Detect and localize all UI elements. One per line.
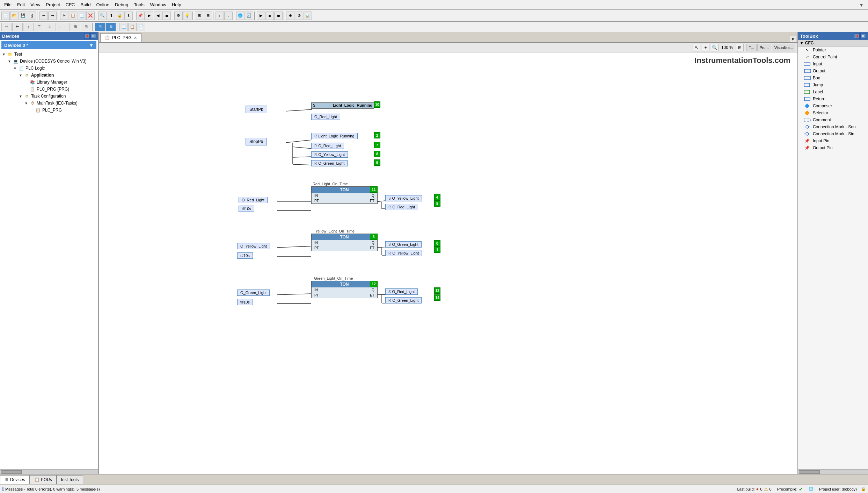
expand-btn[interactable]: + [216,12,224,20]
tree-item-maintask[interactable]: ▼ ⏱ MainTask (IEC-Tasks) [1,100,97,107]
tree-item-test[interactable]: ▼ 📁 Test [1,51,97,58]
pro-tab[interactable]: Pro... [757,44,771,51]
copy-btn[interactable]: 📋 [69,12,77,20]
fit-btn[interactable]: ⊞ [736,44,744,51]
canvas-area[interactable]: InstrumentationTools.com [99,52,797,474]
menu-file[interactable]: File [1,1,14,8]
tab-close-btn[interactable]: ✕ [134,36,137,40]
toolbox-inputpin[interactable]: 📌 Input Pin [798,137,868,144]
t2-paste-btn[interactable]: 📃 [119,23,128,31]
menu-cfc[interactable]: CFC [63,1,78,8]
toolbox-scroll-thumb[interactable] [799,470,820,474]
view-btn[interactable]: ⊕ [286,12,294,20]
toolbox-outputpin[interactable]: 📌 Output Pin [798,144,868,151]
toolbox-return[interactable]: Return [798,95,868,102]
zoom-in-btn[interactable]: + [702,44,709,51]
step-btn[interactable]: ◀ [154,12,162,20]
play-btn[interactable]: ▶ [257,12,265,20]
t2-grid2-btn[interactable]: ⊠ [105,23,116,31]
grid-btn[interactable]: ⊞ [195,12,203,20]
menu-view[interactable]: View [28,1,43,8]
cut-btn[interactable]: ✂ [60,12,68,20]
menu-tools[interactable]: Tools [131,1,147,8]
t2-btn4[interactable]: ⊤ [34,23,44,31]
o-red-s-ton3[interactable]: S O_Red_Light [385,288,418,295]
collapse-btn[interactable]: - [224,12,233,20]
redo-btn[interactable]: ↪ [48,12,57,20]
o-red-light-in-ton1[interactable]: O_Red_Light [239,197,268,203]
toolbox-box[interactable]: Box [798,74,868,81]
t-tab[interactable]: T... [746,44,757,51]
close-panel-btn[interactable]: ✕ [90,33,96,39]
stop-btn[interactable]: ⏹ [162,12,171,20]
toolbox-label[interactable]: Label [798,88,868,95]
t2-grid-btn[interactable]: ⊞ [95,23,105,31]
o-green-s-ton2[interactable]: S O_Green_Light [385,241,422,248]
stoppb-input[interactable]: StopPb [246,138,267,145]
scroll-thumb-left[interactable] [1,470,22,474]
print-btn[interactable]: 🖨 [28,12,36,20]
tab-scroll-down[interactable]: ▼ [790,36,796,42]
record-btn[interactable]: ⏺ [274,12,283,20]
tab-plcprg[interactable]: 📋 PLC_PRG ✕ [100,33,141,42]
ton3-block[interactable]: TON 12 IN Q PT ET [311,281,378,298]
stop2-btn[interactable]: ■ [265,12,274,20]
down-btn[interactable]: ⬇ [124,12,133,20]
tree-item-device[interactable]: ▼ 💻 Device (CODESYS Control Win V3) [1,58,97,65]
devices-tab-menu[interactable]: ▼ [89,43,94,48]
io-btn[interactable]: ⊗ [295,12,303,20]
toolbox-composer[interactable]: 🔷 Composer [798,102,868,109]
t10s-in-ton3[interactable]: t#10s [237,299,253,305]
t10s-in-ton2[interactable]: t#10s [237,252,253,259]
expand-device[interactable]: ▼ [7,59,12,64]
find-btn[interactable]: 🔍 [98,12,107,20]
t2-btn2[interactable]: ⊢ [12,23,23,31]
toolbox-jump[interactable]: Jump [798,81,868,88]
toolbox-selector[interactable]: 🔶 Selector [798,109,868,116]
sync-btn[interactable]: 🔄 [245,12,253,20]
o-red-s-ton1[interactable]: R O_Red_Light [385,204,418,210]
o-red-r[interactable]: R O_Red_Light [311,143,344,149]
toolbox-controlpoint[interactable]: ↗ Control Point [798,53,868,60]
pin-toolbox-btn[interactable]: 📌 [854,33,860,39]
left-panel-scrollbar[interactable] [0,469,98,474]
t10s-in-ton1[interactable]: t#10s [239,206,254,212]
t2-btn8[interactable]: ⊟ [81,23,91,31]
light-btn[interactable]: 💡 [183,12,191,20]
menu-build[interactable]: Build [78,1,94,8]
run-btn[interactable]: ▶ [145,12,153,20]
o-yellow-s-ton1[interactable]: S O_Yellow_Light [385,195,422,201]
o-yellow-light-in-ton2[interactable]: O_Yellow_Light [237,243,270,249]
up-btn[interactable]: ⬆ [107,12,115,20]
tree-item-plcprg[interactable]: 📋 PLC_PRG (PRG) [1,86,97,93]
toolbox-comment[interactable]: Comment [798,116,868,123]
o-green-light-in-ton3[interactable]: O_Green_Light [237,290,270,296]
tab-devices[interactable]: 🖥 Devices [0,475,30,484]
settings-btn[interactable]: ⚙ [174,12,183,20]
t2-paste2-btn[interactable]: 📋 [128,23,137,31]
new-btn[interactable]: 📄 [1,12,10,20]
toolbox-pointer[interactable]: ↖ Pointer [798,47,868,53]
grid2-btn[interactable]: ⊟ [204,12,212,20]
toolbox-output[interactable]: Output [798,67,868,74]
t2-btn5[interactable]: ⊥ [45,23,55,31]
t2-copy-btn[interactable]: 📄 [137,23,145,31]
bookmark-btn[interactable]: 📌 [136,12,145,20]
tree-item-libmanager[interactable]: 📚 Library Manager [1,79,97,86]
tree-item-plclogic[interactable]: ▼ 📄 PLC Logic [1,65,97,72]
menu-window[interactable]: Window [147,1,169,8]
t2-btn7[interactable]: ⊞ [70,23,80,31]
o-yellow-r[interactable]: R O_Yellow_Light [311,151,348,158]
pointer-btn[interactable]: ↖ [693,44,700,51]
tab-pous[interactable]: 📋 POUs [30,475,57,484]
undo-btn[interactable]: ↩ [39,12,48,20]
expand-taskconfig[interactable]: ▼ [18,94,23,99]
t2-btn6[interactable]: ←→ [56,23,70,31]
close-toolbox-btn[interactable]: ✕ [860,33,866,39]
expand-test[interactable]: ▼ [1,52,6,57]
o-green-s-ton3[interactable]: R O_Green_Light [385,297,422,303]
tree-item-plcprg2[interactable]: 📋 PLC_PRG [1,107,97,114]
toolbox-scrollbar[interactable] [798,469,868,474]
ton2-block[interactable]: TON 6 IN Q PT ET [311,234,378,251]
globe-btn[interactable]: 🌐 [236,12,245,20]
